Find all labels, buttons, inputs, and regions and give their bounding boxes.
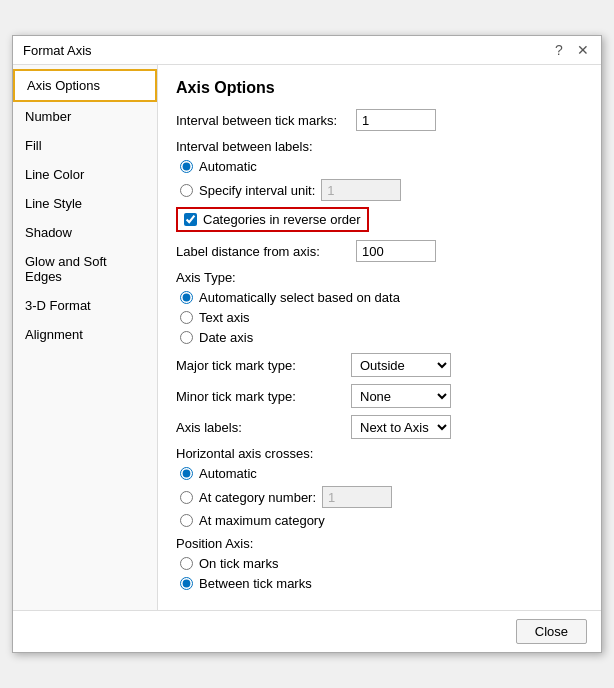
between-tick-marks-radio[interactable] (180, 577, 193, 590)
categories-reverse-label: Categories in reverse order (203, 212, 361, 227)
position-axis-label: Position Axis: (176, 536, 583, 551)
h-at-max-radio[interactable] (180, 514, 193, 527)
sidebar: Axis Options Number Fill Line Color Line… (13, 65, 158, 610)
sidebar-item-line-style[interactable]: Line Style (13, 189, 157, 218)
sidebar-item-line-color[interactable]: Line Color (13, 160, 157, 189)
section-title: Axis Options (176, 79, 583, 97)
dialog-body: Axis Options Number Fill Line Color Line… (13, 65, 601, 610)
interval-tick-label: Interval between tick marks: (176, 113, 356, 128)
categories-reverse-highlight: Categories in reverse order (176, 207, 369, 232)
automatic-radio[interactable] (180, 160, 193, 173)
h-at-category-label: At category number: (199, 490, 316, 505)
specify-interval-input[interactable] (321, 179, 401, 201)
close-button[interactable]: Close (516, 619, 587, 644)
sidebar-item-number[interactable]: Number (13, 102, 157, 131)
h-automatic-label: Automatic (199, 466, 257, 481)
h-at-max-row: At maximum category (180, 513, 583, 528)
axis-type-label: Axis Type: (176, 270, 583, 285)
dialog-footer: Close (13, 610, 601, 652)
axis-type-text-label: Text axis (199, 310, 250, 325)
axis-type-auto-label: Automatically select based on data (199, 290, 400, 305)
sidebar-item-alignment[interactable]: Alignment (13, 320, 157, 349)
help-icon[interactable]: ? (551, 42, 567, 58)
axis-type-auto-radio[interactable] (180, 291, 193, 304)
titlebar: Format Axis ? ✕ (13, 36, 601, 65)
axis-type-date-row: Date axis (180, 330, 583, 345)
horizontal-crosses-label: Horizontal axis crosses: (176, 446, 583, 461)
axis-labels-label: Axis labels: (176, 420, 351, 435)
axis-type-date-label: Date axis (199, 330, 253, 345)
label-distance-label: Label distance from axis: (176, 244, 356, 259)
minor-tick-select[interactable]: None Inside Outside Cross (351, 384, 451, 408)
sidebar-item-glow-soft-edges[interactable]: Glow and Soft Edges (13, 247, 157, 291)
major-tick-select[interactable]: None Inside Outside Cross (351, 353, 451, 377)
h-at-category-radio[interactable] (180, 491, 193, 504)
axis-labels-row: Axis labels: None High Low Next to Axis (176, 415, 583, 439)
interval-tick-row: Interval between tick marks: (176, 109, 583, 131)
minor-tick-label: Minor tick mark type: (176, 389, 351, 404)
axis-type-text-row: Text axis (180, 310, 583, 325)
axis-type-auto-row: Automatically select based on data (180, 290, 583, 305)
specify-interval-label: Specify interval unit: (199, 183, 315, 198)
dialog-title: Format Axis (23, 43, 92, 58)
sidebar-item-shadow[interactable]: Shadow (13, 218, 157, 247)
h-at-max-label: At maximum category (199, 513, 325, 528)
on-tick-marks-label: On tick marks (199, 556, 278, 571)
h-at-category-row: At category number: (180, 486, 583, 508)
sidebar-item-axis-options[interactable]: Axis Options (13, 69, 157, 102)
content-area: Axis Options Interval between tick marks… (158, 65, 601, 610)
specify-interval-radio[interactable] (180, 184, 193, 197)
close-icon[interactable]: ✕ (575, 42, 591, 58)
format-axis-dialog: Format Axis ? ✕ Axis Options Number Fill… (12, 35, 602, 653)
specify-interval-row: Specify interval unit: (180, 179, 583, 201)
automatic-label: Automatic (199, 159, 257, 174)
between-tick-marks-row: Between tick marks (180, 576, 583, 591)
axis-type-date-radio[interactable] (180, 331, 193, 344)
major-tick-row: Major tick mark type: None Inside Outsid… (176, 353, 583, 377)
label-distance-input[interactable] (356, 240, 436, 262)
automatic-radio-row: Automatic (180, 159, 583, 174)
h-at-category-input[interactable] (322, 486, 392, 508)
categories-reverse-checkbox[interactable] (184, 213, 197, 226)
axis-labels-select[interactable]: None High Low Next to Axis (351, 415, 451, 439)
label-distance-row: Label distance from axis: (176, 240, 583, 262)
sidebar-item-3d-format[interactable]: 3-D Format (13, 291, 157, 320)
axis-type-text-radio[interactable] (180, 311, 193, 324)
categories-reverse-container: Categories in reverse order (176, 207, 583, 232)
interval-tick-input[interactable] (356, 109, 436, 131)
minor-tick-row: Minor tick mark type: None Inside Outsid… (176, 384, 583, 408)
major-tick-label: Major tick mark type: (176, 358, 351, 373)
on-tick-marks-row: On tick marks (180, 556, 583, 571)
titlebar-icons: ? ✕ (551, 42, 591, 58)
on-tick-marks-radio[interactable] (180, 557, 193, 570)
between-tick-marks-label: Between tick marks (199, 576, 312, 591)
h-automatic-radio[interactable] (180, 467, 193, 480)
h-automatic-row: Automatic (180, 466, 583, 481)
sidebar-item-fill[interactable]: Fill (13, 131, 157, 160)
interval-labels-label: Interval between labels: (176, 139, 583, 154)
